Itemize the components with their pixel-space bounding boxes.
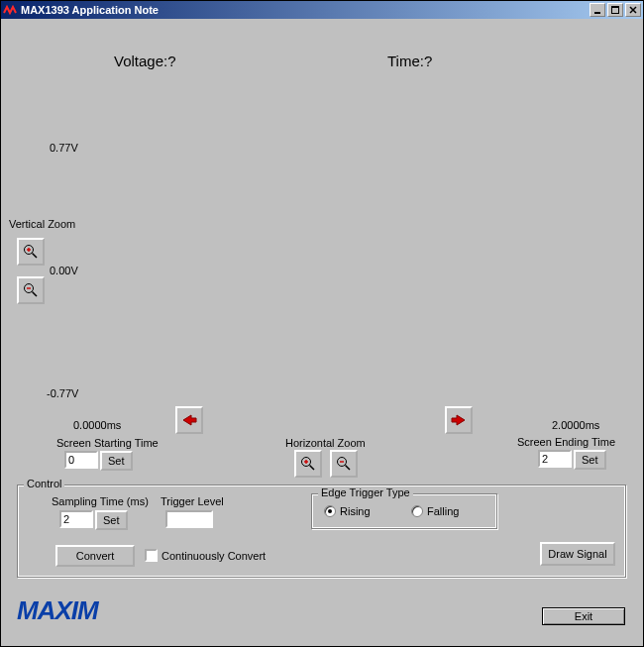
end-time-label: Screen Ending Time <box>517 436 615 448</box>
radio-checked-icon <box>324 505 336 517</box>
svg-rect-0 <box>594 12 600 14</box>
maximize-button[interactable] <box>607 3 623 17</box>
trigger-level-input[interactable] <box>165 510 213 528</box>
time-value: ? <box>424 53 432 69</box>
end-time-input[interactable] <box>538 450 572 468</box>
hzoom-in-button[interactable] <box>294 450 322 478</box>
edge-trigger-group: Edge Trigger Type Rising Falling <box>311 493 497 529</box>
minimize-button[interactable] <box>590 3 605 17</box>
start-time-input[interactable] <box>64 451 98 469</box>
continuously-convert-label: Continuously Convert <box>161 550 266 562</box>
vzoom-out-button[interactable] <box>17 276 45 304</box>
time-label: Time: <box>387 53 424 69</box>
checkbox-icon <box>145 549 158 562</box>
client-area: Voltage:? Time:? 0.77V 0.00V -0.77V Vert… <box>1 19 643 646</box>
trigger-level-label: Trigger Level <box>161 495 224 507</box>
sampling-time-label: Sampling Time (ms) <box>52 495 149 507</box>
end-time-set-button[interactable]: Set <box>574 450 606 470</box>
close-button[interactable] <box>625 3 641 17</box>
svg-marker-12 <box>183 415 196 425</box>
control-legend: Control <box>24 478 64 489</box>
start-time-label: Screen Starting Time <box>56 437 159 449</box>
svg-line-15 <box>310 466 315 471</box>
app-icon <box>3 3 17 17</box>
continuously-convert-checkbox[interactable]: Continuously Convert <box>145 549 266 562</box>
yaxis-top: 0.77V <box>50 142 78 154</box>
sampling-time-set-button[interactable]: Set <box>95 510 128 530</box>
pan-right-button[interactable] <box>445 406 473 434</box>
voltage-value: ? <box>167 53 175 69</box>
svg-line-10 <box>33 292 38 297</box>
voltage-readout: Voltage:? <box>114 53 176 69</box>
convert-button[interactable]: Convert <box>55 545 135 567</box>
zoom-out-icon <box>23 282 39 298</box>
pan-left-button[interactable] <box>175 406 203 434</box>
vzoom-in-button[interactable] <box>17 238 45 266</box>
maxim-logo: MAXIM <box>17 595 98 626</box>
edge-rising-radio[interactable]: Rising <box>324 505 371 517</box>
edge-trigger-legend: Edge Trigger Type <box>318 486 413 498</box>
edge-rising-label: Rising <box>340 505 371 517</box>
draw-signal-button[interactable]: Draw Signal <box>540 542 615 566</box>
app-window: MAX1393 Application Note Voltage:? Time:… <box>0 0 644 647</box>
voltage-label: Voltage: <box>114 53 167 69</box>
svg-line-6 <box>33 254 38 259</box>
svg-marker-13 <box>452 415 465 425</box>
control-group: Control Sampling Time (ms) Set Trigger L… <box>17 485 626 578</box>
window-title: MAX1393 Application Note <box>21 4 588 16</box>
xaxis-end: 2.0000ms <box>552 419 599 431</box>
arrow-right-icon <box>451 413 467 427</box>
exit-button[interactable]: Exit <box>542 607 625 625</box>
sampling-time-input[interactable] <box>59 510 93 528</box>
yaxis-bottom: -0.77V <box>47 387 78 399</box>
horizontal-zoom-label: Horizontal Zoom <box>285 437 366 449</box>
zoom-in-icon <box>300 456 316 472</box>
time-readout: Time:? <box>387 53 432 69</box>
arrow-left-icon <box>181 413 197 427</box>
edge-falling-radio[interactable]: Falling <box>411 505 459 517</box>
window-buttons <box>588 3 641 17</box>
vertical-zoom-label: Vertical Zoom <box>9 218 75 230</box>
svg-rect-2 <box>611 6 619 8</box>
xaxis-start: 0.0000ms <box>73 419 121 431</box>
hzoom-out-button[interactable] <box>330 450 358 478</box>
radio-unchecked-icon <box>411 505 423 517</box>
titlebar: MAX1393 Application Note <box>1 1 643 19</box>
edge-falling-label: Falling <box>427 505 459 517</box>
yaxis-mid: 0.00V <box>50 265 78 276</box>
svg-line-19 <box>346 466 351 471</box>
zoom-out-icon <box>336 456 352 472</box>
zoom-in-icon <box>23 244 39 260</box>
start-time-set-button[interactable]: Set <box>100 451 133 471</box>
